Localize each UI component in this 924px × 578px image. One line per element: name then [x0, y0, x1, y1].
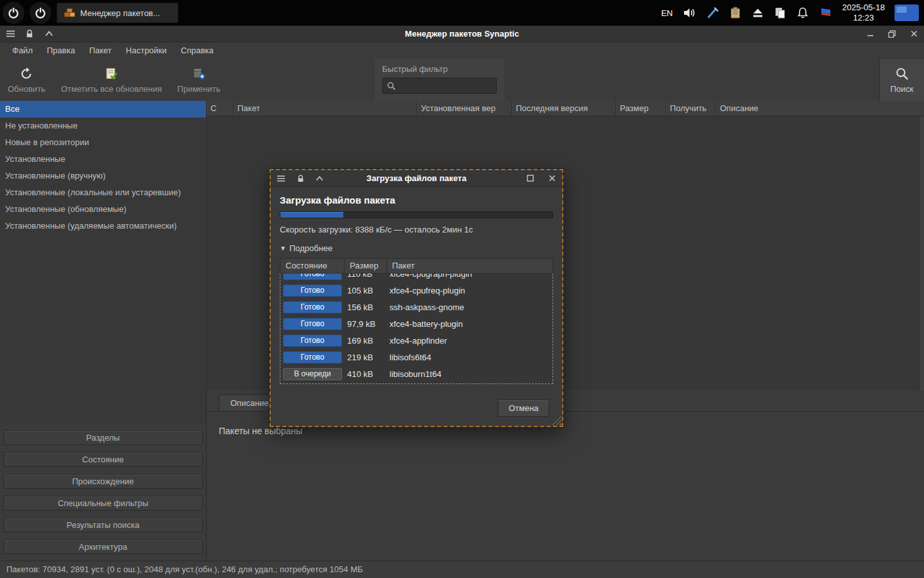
column-header[interactable]: Последняя версия [512, 101, 616, 116]
sidebar-filter-item[interactable]: Установленные (вручную) [0, 168, 206, 184]
window-menu-icon[interactable] [275, 172, 287, 185]
cancel-button[interactable]: Отмена [498, 399, 549, 417]
status-bar: Пакетов: 70934, 2891 уст. (0 с ош.), 204… [0, 561, 924, 578]
workspace-switcher[interactable] [894, 4, 919, 21]
search-label: Поиск [890, 84, 913, 94]
size-cell: 105 kB [342, 286, 384, 295]
launcher-icon-1[interactable] [3, 2, 24, 24]
download-table-header: СостояниеРазмерПакет [280, 258, 553, 274]
mark-all-upgrades-button[interactable]: Отметить все обновления [53, 59, 169, 101]
sidebar-filter-item[interactable]: Установленные (обновляемые) [0, 201, 206, 218]
minimize-button[interactable] [864, 28, 877, 40]
download-progress [280, 211, 553, 218]
package-cell: xfce4-cpugraph-plugin [384, 274, 552, 279]
sidebar-button[interactable]: Разделы [3, 430, 203, 445]
copy-paste-icon[interactable] [774, 6, 787, 19]
size-cell: 156 kB [342, 302, 384, 312]
download-row[interactable]: В очереди410 kBlibisoburn1t64 [280, 365, 552, 382]
screenshot-tool-icon[interactable] [706, 6, 719, 19]
desktop: Менеджер пакетов... EN [0, 0, 924, 578]
download-row[interactable]: Готово105 kBxfce4-cpufreq-plugin [280, 282, 552, 299]
clock[interactable]: 2025-05-18 12:23 [843, 3, 886, 24]
sidebar-button[interactable]: Архитектура [3, 539, 203, 554]
menu-item[interactable]: Настройки [119, 42, 174, 59]
package-cell: xfce4-battery-plugin [384, 319, 552, 329]
size-cell: 169 kB [342, 336, 384, 346]
quick-filter-group: Быстрый фильтр [375, 59, 504, 101]
download-row[interactable]: Готово156 kBssh-askpass-gnome [280, 299, 552, 315]
sidebar-button[interactable]: Происхождение [3, 474, 203, 489]
download-dialog: Загрузка файлов пакета Загрузка файлов п… [270, 169, 563, 427]
apply-label: Применить [177, 84, 220, 94]
column-header[interactable]: Описание [716, 101, 924, 116]
apply-button[interactable]: Применить [169, 59, 228, 101]
quick-filter-input[interactable] [399, 81, 492, 91]
quick-filter-label: Быстрый фильтр [382, 64, 497, 74]
vertical-scrollbar[interactable] [919, 116, 924, 390]
clipboard-icon[interactable] [729, 6, 742, 19]
sidebar-filter-item[interactable]: Новые в репозитории [0, 134, 206, 151]
column-header[interactable]: Состояние [280, 259, 345, 273]
details-expander[interactable]: ▼ Подробнее [280, 243, 553, 253]
status-badge: Готово [283, 285, 342, 297]
refresh-button[interactable]: Обновить [0, 59, 53, 101]
window-titlebar[interactable]: Менеджер пакетов Synaptic [0, 26, 924, 42]
menu-item[interactable]: Пакет [82, 42, 119, 59]
taskbar-window-button[interactable]: Менеджер пакетов... [56, 3, 178, 23]
menu-item[interactable]: Правка [40, 42, 82, 59]
notification-bell-icon[interactable] [796, 6, 809, 19]
close-button[interactable] [545, 172, 558, 185]
sticky-lock-icon[interactable] [23, 28, 36, 40]
download-row[interactable]: Готово169 kBxfce4-appfinder [280, 332, 552, 349]
column-header[interactable]: Размер [616, 101, 666, 116]
size-cell: 219 kB [342, 353, 384, 362]
launcher-icon-2[interactable] [30, 2, 51, 24]
menu-item[interactable]: Справка [174, 42, 221, 59]
sticky-lock-icon[interactable] [294, 172, 307, 185]
download-row[interactable]: Готово110 kBxfce4-cpugraph-plugin [280, 274, 552, 282]
package-cell: libisoburn1t64 [384, 369, 552, 379]
eject-icon[interactable] [751, 7, 764, 19]
search-button[interactable]: Поиск [879, 59, 924, 101]
column-header[interactable]: Размер [345, 259, 387, 273]
maximize-button[interactable] [524, 172, 536, 185]
power-icon [7, 6, 20, 19]
column-header[interactable]: Пакет [387, 259, 552, 273]
description-content: Пакеты не выбраны [207, 411, 924, 561]
volume-icon[interactable] [683, 6, 697, 19]
package-cell: ssh-askpass-gnome [384, 302, 552, 312]
keyboard-layout-indicator[interactable]: EN [661, 8, 672, 18]
menu-item[interactable]: Файл [5, 42, 40, 59]
flag-icon[interactable] [819, 6, 833, 19]
close-button[interactable] [907, 28, 920, 40]
status-badge: Готово [283, 351, 342, 363]
window-menu-icon[interactable] [4, 28, 17, 40]
sidebar-button[interactable]: Специальные фильтры [3, 496, 203, 511]
size-cell: 97,9 kB [342, 319, 384, 329]
sidebar-filter-item[interactable]: Все [0, 101, 206, 118]
sidebar-filter-item[interactable]: Установленные (удаляемые автоматически) [0, 218, 206, 234]
shade-chevron-up-icon[interactable] [42, 28, 55, 40]
clock-date: 2025-05-18 [843, 3, 886, 13]
sidebar-filter-item[interactable]: Установленные [0, 151, 206, 168]
sidebar-button[interactable]: Состояние [3, 452, 203, 467]
sidebar-filter-item[interactable]: Не установленные [0, 118, 206, 134]
download-row[interactable]: Готово219 kBlibisofs6t64 [280, 349, 552, 365]
toolbar: Обновить Отметить все обновления [0, 59, 924, 101]
sidebar-button[interactable]: Результаты поиска [3, 518, 203, 532]
search-icon [895, 67, 909, 81]
column-header[interactable]: С [207, 101, 234, 116]
expander-arrow-icon: ▼ [280, 245, 286, 252]
shade-chevron-up-icon[interactable] [313, 172, 326, 185]
dialog-titlebar[interactable]: Загрузка файлов пакета [271, 170, 562, 187]
sidebar-filter-item[interactable]: Установленные (локальные или устаревшие) [0, 184, 206, 201]
quick-filter-field[interactable] [382, 78, 497, 94]
column-header[interactable]: Получить [666, 101, 716, 116]
restore-button[interactable] [886, 28, 898, 40]
download-table[interactable]: Готово110 kBxfce4-cpugraph-pluginГотово1… [280, 274, 553, 384]
column-header[interactable]: Установленная вер [417, 101, 512, 116]
power-icon [34, 6, 47, 19]
status-badge: Готово [283, 335, 342, 347]
download-row[interactable]: Готово97,9 kBxfce4-battery-plugin [280, 315, 552, 332]
column-header[interactable]: Пакет [234, 101, 417, 116]
